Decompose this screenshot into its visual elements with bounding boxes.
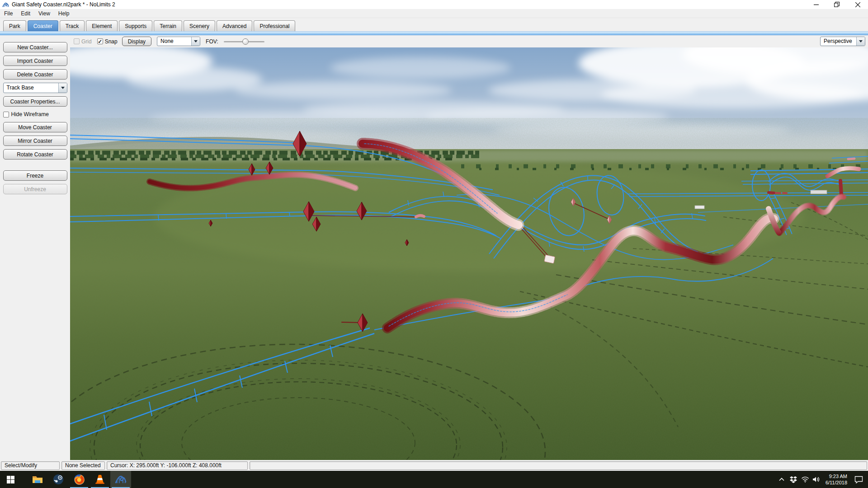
menu-bar: File Edit View Help <box>0 9 868 18</box>
mode-tab-bar: Park Coaster Track Element Supports Terr… <box>0 18 868 31</box>
hide-wireframe-label: Hide Wireframe <box>11 111 49 117</box>
dropbox-icon[interactable] <box>788 476 799 483</box>
coaster-sidebar: New Coaster... Import Coaster Delete Coa… <box>0 35 70 460</box>
start-button[interactable] <box>0 471 21 488</box>
wifi-icon[interactable] <box>799 476 811 483</box>
status-spacer <box>250 461 867 470</box>
tab-element[interactable]: Element <box>86 20 118 32</box>
taskbar-clock[interactable]: 9:23 AM 6/11/2018 <box>826 473 847 486</box>
hide-wireframe-checkbox[interactable] <box>3 112 9 117</box>
tray-expand-chevron-icon[interactable] <box>776 478 788 481</box>
firefox-icon <box>74 474 85 485</box>
clock-date: 6/11/2018 <box>826 479 847 486</box>
minimize-button[interactable] <box>806 0 826 9</box>
status-selection: None Selected <box>61 461 105 470</box>
snap-checkbox[interactable]: ✓ <box>97 38 103 44</box>
display-mode-dropdown[interactable]: None <box>157 37 200 46</box>
folder-icon <box>32 475 43 484</box>
vlc-button[interactable] <box>90 471 110 488</box>
viewport-3d-scene[interactable] <box>70 47 868 460</box>
camera-mode-value: Perspective <box>821 37 856 46</box>
fov-label: FOV: <box>206 38 218 45</box>
windows-logo-icon <box>7 476 14 483</box>
snap-label: Snap <box>105 38 118 45</box>
menu-view[interactable]: View <box>34 9 54 18</box>
new-coaster-button[interactable]: New Coaster... <box>3 42 67 52</box>
chevron-down-icon[interactable] <box>191 37 200 46</box>
track-mode-value: Track Base <box>4 83 58 93</box>
speaker-icon[interactable] <box>811 476 823 483</box>
clock-time: 9:23 AM <box>826 473 847 479</box>
mirror-coaster-button[interactable]: Mirror Coaster <box>3 136 67 146</box>
system-tray: 9:23 AM 6/11/2018 <box>776 471 868 488</box>
unfreeze-button: Unfreeze <box>3 184 67 194</box>
chevron-down-icon[interactable] <box>58 83 67 93</box>
steam-icon <box>53 474 64 485</box>
chevron-down-icon[interactable] <box>856 37 865 46</box>
camera-mode-dropdown[interactable]: Perspective <box>820 37 865 46</box>
grid-checkbox[interactable] <box>74 38 80 44</box>
fov-slider-thumb[interactable] <box>242 38 249 45</box>
file-explorer-button[interactable] <box>27 471 48 488</box>
firefox-button[interactable] <box>69 471 90 488</box>
rotate-coaster-button[interactable]: Rotate Coaster <box>3 149 67 160</box>
nolimits2-window: Giant Safety Coaster.nl2park * - NoLimit… <box>0 0 868 488</box>
delete-coaster-button[interactable]: Delete Coaster <box>3 69 67 80</box>
tab-supports[interactable]: Supports <box>119 20 152 32</box>
display-mode-value: None <box>157 37 191 46</box>
action-center-icon[interactable] <box>851 476 866 483</box>
tab-professional[interactable]: Professional <box>254 20 295 32</box>
status-mode: Select/Modify <box>1 461 60 470</box>
menu-help[interactable]: Help <box>54 9 74 18</box>
steam-button[interactable] <box>48 471 69 488</box>
tab-scenery[interactable]: Scenery <box>184 20 215 32</box>
menu-file[interactable]: File <box>0 9 17 18</box>
freeze-button[interactable]: Freeze <box>3 170 67 181</box>
tab-coaster[interactable]: Coaster <box>28 20 58 32</box>
status-bar: Select/Modify None Selected Cursor: X: 2… <box>0 460 868 471</box>
import-coaster-button[interactable]: Import Coaster <box>3 56 67 66</box>
restore-button[interactable] <box>826 0 847 9</box>
tab-park[interactable]: Park <box>3 20 26 32</box>
title-bar: Giant Safety Coaster.nl2park * - NoLimit… <box>0 0 868 9</box>
nolimits-coaster-icon <box>115 474 127 485</box>
move-coaster-button[interactable]: Move Coaster <box>3 122 67 132</box>
status-cursor-coordinates: Cursor: X: 295.000ft Y: -106.000ft Z: 40… <box>107 461 248 470</box>
window-title: Giant Safety Coaster.nl2park * - NoLimit… <box>12 1 115 8</box>
tab-track[interactable]: Track <box>60 20 85 32</box>
nolimits2-taskbar-button[interactable] <box>110 471 131 488</box>
track-mode-dropdown[interactable]: Track Base <box>3 83 67 93</box>
display-button[interactable]: Display <box>122 37 151 46</box>
accent-strip <box>0 31 868 35</box>
tab-advanced[interactable]: Advanced <box>217 20 252 32</box>
vlc-cone-icon <box>94 474 105 485</box>
coaster-properties-button[interactable]: Coaster Properties... <box>3 96 67 107</box>
menu-edit[interactable]: Edit <box>17 9 34 18</box>
fov-slider[interactable] <box>224 38 264 45</box>
grid-label: Grid <box>81 38 92 45</box>
viewport-toolbar: Grid ✓ Snap Display None FOV: Perspectiv… <box>70 35 868 47</box>
tab-terrain[interactable]: Terrain <box>154 20 182 32</box>
close-button[interactable] <box>847 0 868 9</box>
windows-taskbar: 9:23 AM 6/11/2018 <box>0 471 868 488</box>
app-coaster-icon <box>2 1 9 8</box>
